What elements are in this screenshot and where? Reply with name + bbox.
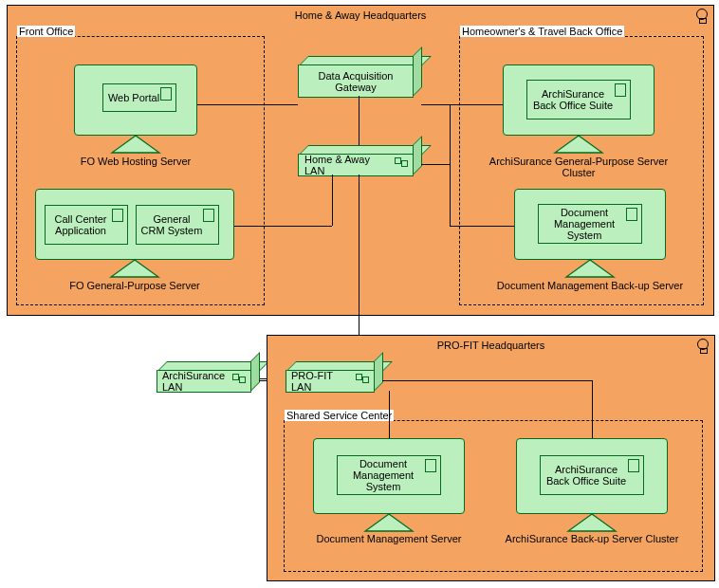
svg-marker-4 — [365, 514, 413, 531]
device-label: FO Web Hosting Server — [74, 156, 197, 167]
device-label: Document Management Server — [304, 533, 474, 544]
device-fo-general-purpose-server: Call Center Application General CRM Syst… — [35, 189, 234, 295]
device-label: FO General-Purpose Server — [35, 280, 234, 291]
network-icon — [232, 374, 246, 383]
artifact-label: Document Management System — [543, 207, 626, 241]
artifact-icon — [160, 87, 172, 101]
device-archisurance-gp-cluster: ArchiSurance Back Office Suite ArchiSura… — [503, 64, 654, 171]
network-icon — [395, 157, 408, 167]
artifact-icon — [626, 208, 637, 221]
device-doc-mgmt-backup-server: Document Management System Document Mana… — [514, 189, 666, 295]
device-fo-web-hosting-server: Web Portal FO Web Hosting Server — [74, 64, 197, 171]
svg-marker-3 — [566, 260, 614, 277]
connector — [234, 226, 298, 227]
connector — [359, 96, 360, 145]
device-archisurance-backup-cluster: ArchiSurance Back Office Suite ArchiSura… — [497, 438, 687, 561]
artifact-label: Call Center Application — [49, 213, 112, 236]
node-home-away-lan: Home & Away LAN — [298, 154, 414, 176]
connector — [450, 226, 514, 227]
artifact-document-management-system: Document Management System — [538, 204, 642, 244]
node-label: Home & Away LAN — [304, 154, 392, 176]
network-icon — [356, 374, 369, 383]
location-title: PRO-FIT Headquarters — [267, 340, 714, 351]
connector — [298, 226, 332, 227]
artifact-archisurance-back-office-suite-2: ArchiSurance Back Office Suite — [540, 455, 644, 495]
group-label: Front Office — [17, 26, 75, 37]
node-label: ArchiSurance LAN — [162, 370, 231, 393]
artifact-call-center-application: Call Center Application — [45, 205, 128, 245]
svg-marker-1 — [111, 260, 158, 277]
svg-marker-0 — [112, 136, 159, 153]
artifact-label: Document Management System — [341, 458, 425, 492]
artifact-label: ArchiSurance Back Office Suite — [531, 88, 615, 111]
location-icon — [694, 9, 708, 24]
connector — [450, 104, 451, 164]
artifact-icon — [615, 83, 626, 97]
artifact-icon — [425, 459, 436, 472]
diagram-canvas: Home & Away Headquarters Front Office Ho… — [0, 0, 719, 588]
group-label: Homeowner's & Travel Back Office — [460, 26, 624, 37]
artifact-label: ArchiSurance Back Office Suite — [544, 464, 628, 487]
location-icon — [695, 339, 709, 354]
connector — [592, 380, 593, 438]
artifact-general-crm-system: General CRM System — [136, 205, 219, 245]
svg-marker-5 — [568, 514, 616, 531]
svg-marker-2 — [555, 136, 602, 153]
group-label: Shared Service Center — [285, 410, 394, 421]
device-label: ArchiSurance Back-up Server Cluster — [497, 533, 687, 544]
node-profit-lan: PRO-FIT LAN — [286, 370, 375, 393]
connector — [197, 104, 298, 105]
node-archisurance-lan: ArchiSurance LAN — [157, 370, 251, 393]
node-data-acquisition-gateway: Data Acquisition Gateway — [298, 64, 414, 98]
artifact-label: Web Portal — [107, 92, 160, 103]
artifact-web-portal: Web Portal — [102, 83, 176, 112]
connector — [421, 164, 451, 165]
artifact-document-management-system-2: Document Management System — [337, 455, 441, 495]
connector — [382, 380, 592, 381]
artifact-icon — [628, 459, 639, 472]
artifact-archisurance-back-office-suite: ArchiSurance Back Office Suite — [526, 80, 631, 119]
device-label: ArchiSurance General-Purpose Server Clus… — [484, 156, 673, 178]
device-label: Document Management Back-up Server — [495, 280, 685, 291]
node-label: PRO-FIT LAN — [291, 370, 355, 393]
connector — [450, 164, 451, 226]
artifact-label: General CRM System — [140, 213, 203, 236]
artifact-icon — [112, 209, 123, 222]
artifact-icon — [203, 209, 214, 222]
node-label: Data Acquisition Gateway — [303, 70, 409, 93]
connector — [332, 175, 333, 226]
device-document-management-server: Document Management System Document Mana… — [304, 438, 474, 561]
connector — [389, 391, 390, 438]
connector — [421, 104, 503, 105]
location-title: Home & Away Headquarters — [8, 9, 713, 21]
